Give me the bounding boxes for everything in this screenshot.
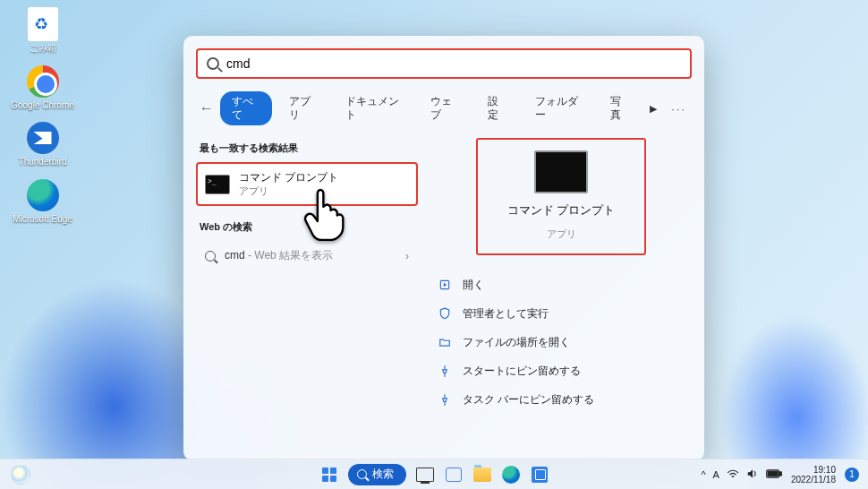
battery-icon[interactable] bbox=[766, 469, 782, 480]
desktop-icon-label: Thunderbird bbox=[9, 157, 76, 167]
filter-settings[interactable]: 設定 bbox=[476, 91, 518, 125]
system-tray[interactable]: ^ A bbox=[701, 468, 782, 481]
notification-badge[interactable]: 1 bbox=[845, 468, 859, 482]
desktop-icon-recycle-bin[interactable]: ごみ箱 bbox=[9, 7, 76, 54]
search-filter-row: ← すべて アプリ ドキュメント ウェブ 設定 フォルダー 写真 ▶ ··· bbox=[198, 91, 692, 125]
filter-more-arrow[interactable]: ▶ bbox=[646, 101, 660, 116]
task-view-button[interactable] bbox=[415, 465, 435, 485]
wallpaper-bloom bbox=[707, 256, 868, 489]
search-icon bbox=[207, 57, 219, 70]
action-label: スタートにピン留めする bbox=[463, 365, 581, 378]
open-icon bbox=[438, 278, 452, 292]
action-label: 開く bbox=[463, 279, 484, 292]
desktop-icon-label: Microsoft Edge bbox=[9, 214, 76, 225]
thunderbird-icon bbox=[27, 122, 59, 154]
preview-column: コマンド プロンプト アプリ 開く 管理者として実行 bbox=[430, 138, 692, 411]
start-button[interactable] bbox=[319, 465, 339, 485]
recycle-bin-icon bbox=[28, 7, 58, 41]
pin-icon bbox=[438, 364, 452, 378]
chat-icon bbox=[446, 468, 462, 482]
taskbar-search-label: 検索 bbox=[372, 467, 394, 482]
chrome-icon bbox=[27, 65, 59, 98]
web-query: cmd bbox=[225, 249, 245, 262]
taskbar-clock[interactable]: 19:10 2022/11/18 bbox=[791, 465, 836, 485]
taskbar-weather[interactable] bbox=[11, 465, 30, 485]
clock-date: 2022/11/18 bbox=[791, 475, 836, 485]
edge-icon bbox=[27, 179, 59, 211]
best-match-subtitle: アプリ bbox=[239, 185, 338, 198]
best-match-result[interactable]: コマンド プロンプト アプリ bbox=[196, 162, 418, 206]
filter-all[interactable]: すべて bbox=[220, 91, 271, 125]
command-prompt-icon bbox=[205, 175, 230, 194]
web-search-heading: Web の検索 bbox=[200, 220, 418, 234]
shield-icon bbox=[438, 306, 452, 321]
search-icon bbox=[205, 251, 216, 262]
best-match-title: コマンド プロンプト bbox=[239, 170, 338, 185]
tray-overflow-icon[interactable]: ^ bbox=[701, 469, 705, 480]
search-icon bbox=[357, 469, 367, 479]
clock-time: 19:10 bbox=[791, 465, 836, 475]
results-column: 最も一致する検索結果 コマンド プロンプト アプリ Web の検索 bbox=[196, 138, 418, 411]
search-input[interactable] bbox=[226, 56, 681, 71]
taskbar-store[interactable] bbox=[530, 465, 549, 485]
action-run-as-admin[interactable]: 管理者として実行 bbox=[430, 302, 692, 325]
action-label: タスク バーにピン留めする bbox=[463, 393, 594, 407]
web-query-suffix: - Web 結果を表示 bbox=[245, 249, 333, 262]
filter-documents[interactable]: ドキュメント bbox=[334, 91, 413, 125]
preview-title: コマンド プロンプト bbox=[507, 202, 616, 219]
desktop-icon-thunderbird[interactable]: Thunderbird bbox=[9, 121, 76, 167]
filter-apps[interactable]: アプリ bbox=[277, 91, 328, 125]
svg-rect-3 bbox=[768, 471, 778, 476]
file-explorer-icon bbox=[473, 468, 491, 482]
command-prompt-icon bbox=[534, 150, 588, 193]
desktop: ごみ箱 Google Chrome Thunderbird Microsoft … bbox=[0, 0, 868, 489]
svg-rect-2 bbox=[779, 471, 781, 475]
network-icon[interactable] bbox=[727, 468, 739, 481]
start-search-panel: ← すべて アプリ ドキュメント ウェブ 設定 フォルダー 写真 ▶ ··· 最… bbox=[183, 36, 704, 460]
action-open-file-location[interactable]: ファイルの場所を開く bbox=[430, 330, 692, 354]
desktop-icon-chrome[interactable]: Google Chrome bbox=[9, 64, 76, 111]
pin-icon bbox=[438, 392, 452, 407]
filter-web[interactable]: ウェブ bbox=[419, 91, 470, 125]
action-label: 管理者として実行 bbox=[463, 307, 549, 321]
result-preview: コマンド プロンプト アプリ bbox=[476, 138, 646, 255]
desktop-icon-edge[interactable]: Microsoft Edge bbox=[9, 178, 76, 225]
filter-photos[interactable]: 写真 bbox=[599, 91, 641, 125]
web-search-result[interactable]: cmd - Web 結果を表示 › bbox=[196, 241, 418, 270]
action-pin-to-start[interactable]: スタートにピン留めする bbox=[430, 359, 692, 382]
edge-icon bbox=[502, 466, 520, 484]
taskbar-search[interactable]: 検索 bbox=[348, 464, 406, 485]
more-options-button[interactable]: ··· bbox=[666, 100, 692, 117]
desktop-icons: ごみ箱 Google Chrome Thunderbird Microsoft … bbox=[9, 7, 76, 235]
best-match-heading: 最も一致する検索結果 bbox=[200, 142, 418, 155]
preview-subtitle: アプリ bbox=[547, 227, 576, 241]
taskbar-chat[interactable] bbox=[444, 465, 464, 485]
filter-folders[interactable]: フォルダー bbox=[523, 91, 593, 125]
taskbar: 検索 ^ A 19:10 bbox=[0, 459, 868, 489]
action-open[interactable]: 開く bbox=[430, 273, 692, 296]
desktop-icon-label: ごみ箱 bbox=[9, 43, 76, 54]
folder-icon bbox=[438, 335, 452, 349]
task-view-icon bbox=[416, 468, 434, 482]
chevron-right-icon: › bbox=[405, 250, 409, 262]
action-label: ファイルの場所を開く bbox=[463, 336, 570, 349]
search-box[interactable] bbox=[196, 48, 692, 79]
taskbar-edge[interactable] bbox=[501, 465, 521, 485]
desktop-icon-label: Google Chrome bbox=[9, 100, 76, 111]
volume-icon[interactable] bbox=[746, 468, 759, 481]
ime-indicator[interactable]: A bbox=[713, 469, 719, 480]
action-pin-to-taskbar[interactable]: タスク バーにピン留めする bbox=[430, 388, 692, 411]
windows-logo-icon bbox=[319, 465, 339, 485]
back-button[interactable]: ← bbox=[198, 100, 215, 116]
preview-actions: 開く 管理者として実行 ファイルの場所を開く bbox=[430, 273, 692, 411]
taskbar-explorer[interactable] bbox=[472, 465, 492, 485]
store-icon bbox=[532, 467, 548, 483]
weather-icon bbox=[11, 465, 30, 485]
